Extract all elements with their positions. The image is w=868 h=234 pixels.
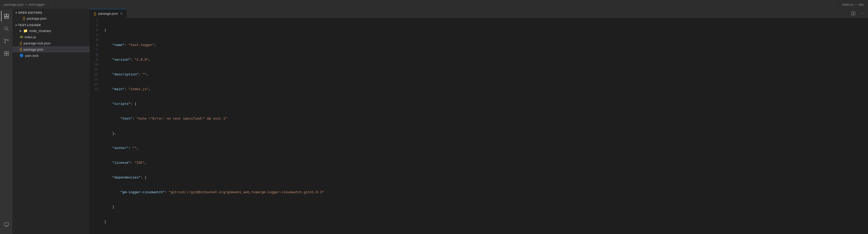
code-line-5: "main": "index.js", [104, 87, 868, 92]
sidebar-item-package-lock-json[interactable]: {} package-lock.json [12, 40, 90, 46]
sidebar: ▾ OPEN EDITORS {} package.json ▾ TEST-LO… [12, 9, 90, 234]
main-layout: ▾ OPEN EDITORS {} package.json ▾ TEST-LO… [0, 9, 868, 234]
svg-point-5 [4, 39, 6, 40]
tab-close-button[interactable]: × [120, 12, 122, 16]
svg-rect-10 [7, 52, 8, 53]
svg-rect-9 [4, 52, 6, 53]
code-line-9: "author": "", [104, 146, 868, 151]
code-line-4: "description": "", [104, 72, 868, 77]
code-area: { "name": "test-logger", "version": "1.0… [102, 18, 868, 234]
code-line-1: { [104, 28, 868, 33]
js-icon: JS [20, 35, 23, 38]
svg-rect-2 [4, 17, 9, 19]
code-line-6: "scripts": { [104, 101, 868, 106]
sidebar-item-yarn-lock[interactable]: 🔵 yarn.lock [12, 53, 90, 59]
title-tab-right-label: index.js — abc [842, 3, 864, 6]
title-tab-left-label: package.json — test-logger [4, 3, 45, 6]
open-editors-title: OPEN EDITORS [18, 11, 42, 14]
line-num-9: 9 [94, 57, 98, 62]
split-editor-button[interactable] [849, 9, 857, 17]
sidebar-item-index-js-label: index.js [25, 35, 36, 39]
sidebar-item-yarn-lock-label: yarn.lock [25, 54, 38, 58]
open-editors-section: ▾ OPEN EDITORS [12, 9, 90, 15]
json-icon-lock: {} [20, 41, 22, 45]
tab-package-json[interactable]: {} package.json × [90, 9, 127, 18]
code-line-2: "name": "test-logger", [104, 43, 868, 47]
remote-icon[interactable] [1, 220, 11, 230]
title-spacer [49, 0, 838, 9]
folder-icon: 📁 [23, 29, 28, 33]
test-logger-chevron: ▾ [16, 24, 17, 27]
sidebar-item-node-modules[interactable]: ▶ 📁 node_modules [12, 28, 90, 34]
sidebar-item-open-package-json[interactable]: {} package.json [12, 15, 90, 22]
open-editors-chevron: ▾ [16, 11, 17, 14]
line-num-3: 3 [94, 28, 98, 33]
json-icon: {} [23, 16, 25, 21]
line-num-11: 11 [94, 67, 98, 72]
line-num-10: 10 [94, 62, 98, 67]
code-line-7: "test": "echo \"Error: no test specified… [104, 116, 868, 121]
code-line-12: "gm-logger-cloudwatch": "git+ssh://git@b… [104, 190, 868, 195]
sidebar-item-package-json[interactable]: {} package.json [12, 46, 90, 53]
svg-rect-0 [4, 14, 6, 16]
json-icon-pkg: {} [20, 47, 22, 52]
explorer-icon[interactable] [1, 11, 11, 22]
sidebar-item-package-lock-label: package-lock.json [24, 41, 51, 45]
sidebar-item-index-js[interactable]: JS index.js [12, 34, 90, 40]
sidebar-item-node-modules-label: node_modules [29, 29, 51, 33]
editor-area: {} package.json × ··· 1 2 3 4 [90, 9, 868, 234]
editor-toolbar-right: ··· [849, 9, 868, 18]
line-num-2: 2 [94, 23, 98, 28]
yarn-icon: 🔵 [20, 54, 24, 57]
svg-point-6 [4, 42, 6, 43]
tab-json-icon: {} [94, 12, 96, 16]
line-num-5: 5 [94, 38, 98, 43]
test-logger-section: ▾ TEST-LOGGER [12, 22, 90, 28]
line-num-4: 4 [94, 33, 98, 38]
tab-package-json-label: package.json [98, 12, 118, 15]
code-line-13: } [104, 205, 868, 209]
svg-line-4 [7, 29, 9, 31]
more-actions-button[interactable]: ··· [858, 9, 866, 17]
line-num-8: 8 [94, 53, 98, 57]
test-logger-title: TEST-LOGGER [18, 24, 41, 27]
line-num-15: 15 [94, 87, 98, 92]
line-numbers: 1 2 3 4 5 6 7 8 9 10 11 12 13 14 15 [90, 18, 102, 234]
line-num-6: 6 [94, 43, 98, 47]
chevron-right-icon: ▶ [20, 29, 22, 33]
line-num-13: 13 [94, 77, 98, 82]
editor-tabs: {} package.json × ··· [90, 9, 868, 18]
svg-rect-11 [4, 54, 6, 56]
git-icon[interactable] [1, 36, 11, 46]
search-icon[interactable] [1, 24, 11, 34]
line-num-1: 1 [94, 18, 98, 23]
title-tab-right[interactable]: index.js — abc [838, 0, 868, 9]
svg-rect-17 [854, 12, 855, 15]
title-bar: package.json — test-logger index.js — ab… [0, 0, 868, 9]
editor-content[interactable]: 1 2 3 4 5 6 7 8 9 10 11 12 13 14 15 { "n… [90, 18, 868, 234]
code-line-8: }, [104, 131, 868, 136]
code-line-14: } [104, 219, 868, 224]
line-num-12: 12 [94, 72, 98, 77]
code-line-3: "version": "1.0.0", [104, 57, 868, 62]
line-num-14: 14 [94, 82, 98, 87]
extensions-icon[interactable] [1, 48, 11, 59]
sidebar-item-package-json-label: package.json [24, 47, 43, 52]
svg-rect-1 [7, 14, 8, 16]
svg-point-3 [5, 27, 7, 30]
code-line-10: "license": "ISC", [104, 160, 868, 165]
line-num-7: 7 [94, 47, 98, 53]
title-tab-left[interactable]: package.json — test-logger [0, 0, 49, 9]
svg-rect-13 [4, 223, 9, 226]
sidebar-item-open-package-json-label: package.json [27, 16, 46, 21]
svg-rect-12 [7, 54, 8, 56]
activity-bar [0, 9, 12, 234]
svg-rect-16 [851, 12, 853, 15]
code-line-11: "dependencies": { [104, 175, 868, 180]
